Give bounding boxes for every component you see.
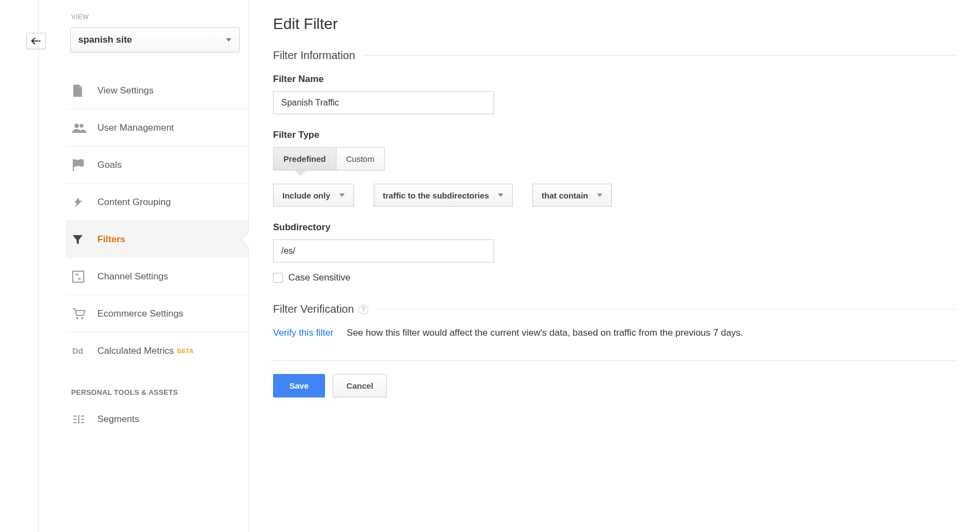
page-title: Edit Filter bbox=[273, 15, 956, 33]
tab-arrow-icon bbox=[295, 171, 306, 176]
filter-name-label: Filter Name bbox=[273, 74, 956, 85]
sidebar-item-ecommerce-settings[interactable]: Ecommerce Settings bbox=[66, 295, 248, 332]
page-icon bbox=[72, 85, 97, 97]
tab-predefined[interactable]: Predefined bbox=[274, 148, 337, 170]
filter-verification-section: Filter Verification ? bbox=[273, 303, 956, 315]
sidebar-item-goals[interactable]: Goals bbox=[66, 147, 248, 184]
case-sensitive-checkbox[interactable] bbox=[273, 273, 283, 283]
view-selector[interactable]: spanish site bbox=[70, 27, 240, 52]
case-sensitive-label: Case Sensitive bbox=[288, 272, 350, 283]
sidebar-item-label: Filters bbox=[97, 234, 125, 245]
caret-down-icon bbox=[339, 194, 345, 197]
divider-line bbox=[364, 55, 956, 56]
sidebar-item-label: Ecommerce Settings bbox=[97, 308, 183, 319]
calculated-metrics-icon: Dd bbox=[72, 346, 97, 356]
segments-icon bbox=[72, 414, 97, 425]
match-dropdown[interactable]: that contain bbox=[532, 184, 612, 207]
beta-badge: BETA bbox=[177, 348, 194, 354]
sidebar-item-label: Segments bbox=[97, 414, 140, 425]
divider bbox=[273, 360, 956, 361]
main-content: Edit Filter Filter Information Filter Na… bbox=[249, 0, 980, 532]
svg-point-3 bbox=[76, 317, 78, 319]
caret-down-icon bbox=[597, 194, 602, 197]
filter-information-section: Filter Information bbox=[273, 49, 956, 62]
sidebar-item-calculated-metrics[interactable]: Dd Calculated Metrics BETA bbox=[66, 332, 248, 370]
sidebar-item-segments[interactable]: Segments bbox=[66, 401, 248, 438]
sidebar-nav: View Settings User Management Goals Cont… bbox=[66, 72, 248, 370]
caret-down-icon bbox=[498, 194, 503, 197]
sidebar-item-label: Channel Settings bbox=[97, 271, 168, 282]
sidebar-item-content-grouping[interactable]: Content Grouping bbox=[66, 184, 248, 221]
personal-tools-header: PERSONAL TOOLS & ASSETS bbox=[66, 370, 248, 401]
verify-description: See how this filter would affect the cur… bbox=[347, 328, 744, 338]
svg-text:Dd: Dd bbox=[72, 346, 83, 355]
filter-type-label: Filter Type bbox=[273, 130, 956, 141]
help-icon[interactable]: ? bbox=[358, 305, 368, 314]
sidebar-item-view-settings[interactable]: View Settings bbox=[66, 72, 248, 109]
sidebar-item-user-management[interactable]: User Management bbox=[66, 109, 248, 147]
svg-point-0 bbox=[74, 124, 79, 128]
svg-point-1 bbox=[80, 124, 84, 127]
sidebar-item-label: Content Grouping bbox=[97, 197, 171, 208]
sidebar-item-label: View Settings bbox=[97, 85, 154, 96]
content-grouping-icon bbox=[72, 196, 97, 208]
sidebar-item-label: Goals bbox=[97, 160, 121, 171]
include-dropdown[interactable]: Include only bbox=[273, 184, 354, 207]
svg-rect-2 bbox=[73, 271, 84, 282]
caret-down-icon bbox=[226, 38, 231, 42]
subdirectory-input[interactable] bbox=[273, 239, 494, 262]
sidebar-item-filters[interactable]: Filters bbox=[66, 221, 248, 258]
cancel-button[interactable]: Cancel bbox=[333, 374, 387, 397]
save-button[interactable]: Save bbox=[273, 374, 325, 397]
traffic-dropdown[interactable]: traffic to the subdirectories bbox=[374, 184, 513, 207]
sidebar-item-label: User Management bbox=[97, 122, 174, 133]
svg-point-4 bbox=[81, 317, 83, 319]
personal-nav: Segments bbox=[66, 401, 248, 438]
view-label: VIEW bbox=[66, 13, 248, 21]
filter-name-input[interactable] bbox=[273, 91, 494, 114]
sidebar: VIEW spanish site View Settings User Man… bbox=[0, 0, 249, 532]
filter-type-tabs: Predefined Custom bbox=[273, 147, 385, 171]
active-arrow-icon bbox=[241, 232, 249, 247]
subdirectory-label: Subdirectory bbox=[273, 222, 956, 233]
cart-icon bbox=[72, 308, 97, 320]
verify-filter-link[interactable]: Verify this filter bbox=[273, 328, 334, 338]
view-selected-value: spanish site bbox=[78, 34, 132, 45]
sidebar-item-channel-settings[interactable]: Channel Settings bbox=[66, 258, 248, 295]
tab-custom[interactable]: Custom bbox=[337, 148, 385, 170]
flag-icon bbox=[72, 159, 97, 171]
sidebar-item-label: Calculated Metrics bbox=[97, 346, 174, 356]
divider-line bbox=[377, 309, 956, 309]
users-icon bbox=[72, 123, 97, 133]
filter-icon bbox=[72, 234, 97, 245]
channel-icon bbox=[72, 271, 97, 283]
